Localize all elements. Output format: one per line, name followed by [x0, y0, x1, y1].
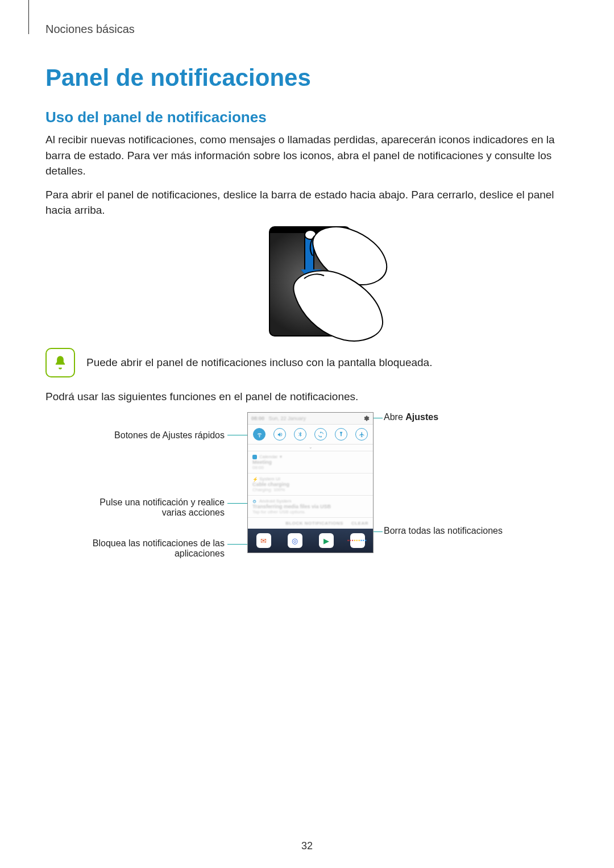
- callout-clear-all: Borra todas las notificaciones: [384, 526, 532, 536]
- notif-app: System UI: [259, 476, 280, 481]
- notif-sub: Tap for other USB options.: [252, 509, 368, 514]
- callout-text-bold: Ajustes: [405, 412, 438, 422]
- body-paragraph: Al recibir nuevas notificaciones, como m…: [45, 132, 574, 179]
- sound-icon: [273, 428, 286, 441]
- notif-app: Calendar: [259, 454, 277, 459]
- callout-text: Pulse una notificación y realice: [99, 497, 225, 507]
- page-title: Panel de notificaciones: [45, 64, 574, 92]
- figure-annotated-panel: Botones de Ajustes rápidos Pulse una not…: [77, 412, 543, 588]
- panel-actions: BLOCK NOTIFICATIONS CLEAR: [248, 517, 373, 529]
- phone-app-icon: ✉: [256, 533, 271, 548]
- notif-app: Android System: [259, 499, 291, 504]
- callout-block-notifications: Bloquea las notificaciones de las aplica…: [77, 538, 225, 559]
- figure-swipe-gesture: 10:00: [242, 226, 378, 337]
- callout-text: Borra todas las notificaciones: [384, 526, 503, 535]
- notif-sub: Charging: 100%: [252, 487, 368, 492]
- quick-settings-row: [248, 424, 373, 445]
- notif-sub: 08:00: [252, 465, 368, 470]
- notif-title: Transferring media files via USB: [252, 504, 368, 509]
- expand-handle-icon: ⌄: [248, 445, 373, 451]
- bluetooth-icon: [294, 428, 306, 441]
- panel-time: 08:00: [251, 416, 264, 421]
- camera-app-icon: ◎: [288, 533, 302, 548]
- hand-illustration: [287, 267, 384, 347]
- panel-date: Sun, 22 January: [269, 416, 306, 421]
- callout-tap-notification: Pulse una notificación y realice varias …: [77, 497, 225, 518]
- callout-open-settings: Abre Ajustes: [384, 412, 532, 422]
- gear-icon: [363, 415, 370, 422]
- page-number: 32: [0, 840, 614, 852]
- callout-text: aplicaciones: [175, 549, 225, 558]
- body-paragraph: Para abrir el panel de notificaciones, d…: [45, 187, 574, 218]
- airplane-icon: [355, 428, 368, 441]
- apps-grid-icon: ▪▪▪▪▪▪▪▪▪: [350, 533, 365, 548]
- callout-text: Abre: [384, 412, 405, 422]
- notification-item: Calendar ▾ Meeting 08:00: [248, 451, 373, 473]
- flashlight-icon: [335, 428, 347, 441]
- dock-row: ✉ ◎ ▶ ▪▪▪▪▪▪▪▪▪: [248, 529, 373, 553]
- callout-text: Botones de Ajustes rápidos: [114, 430, 225, 440]
- document-page: Nociones básicas Panel de notificaciones…: [0, 0, 614, 868]
- notif-title: Cable charging: [252, 481, 368, 487]
- play-app-icon: ▶: [319, 533, 334, 548]
- breadcrumb: Nociones básicas: [45, 23, 574, 36]
- wifi-icon: [253, 428, 265, 441]
- panel-header: 08:00 Sun, 22 January: [248, 413, 373, 424]
- rotation-icon: [314, 428, 327, 441]
- margin-rule: [28, 0, 29, 34]
- callout-quick-settings: Botones de Ajustes rápidos: [77, 430, 225, 441]
- device-illustration: 10:00: [269, 226, 351, 337]
- notification-panel-mock: 08:00 Sun, 22 January: [247, 412, 374, 553]
- body-paragraph: Podrá usar las siguientes funciones en e…: [45, 389, 574, 405]
- note-callout: Puede abrir el panel de notificaciones i…: [45, 348, 574, 377]
- callout-text: Bloquea las notificaciones de las: [93, 538, 225, 548]
- block-notifications-button: BLOCK NOTIFICATIONS: [285, 521, 343, 526]
- section-heading: Uso del panel de notificaciones: [45, 109, 574, 126]
- callout-text: varias acciones: [162, 508, 225, 517]
- note-text: Puede abrir el panel de notificaciones i…: [86, 355, 432, 371]
- notification-item: ⚙Android System Transferring media files…: [248, 495, 373, 517]
- notification-item: ⚡System UI Cable charging Charging: 100%: [248, 473, 373, 495]
- clear-button: CLEAR: [351, 521, 368, 526]
- bell-icon: [45, 348, 75, 377]
- notif-title: Meeting: [252, 459, 368, 465]
